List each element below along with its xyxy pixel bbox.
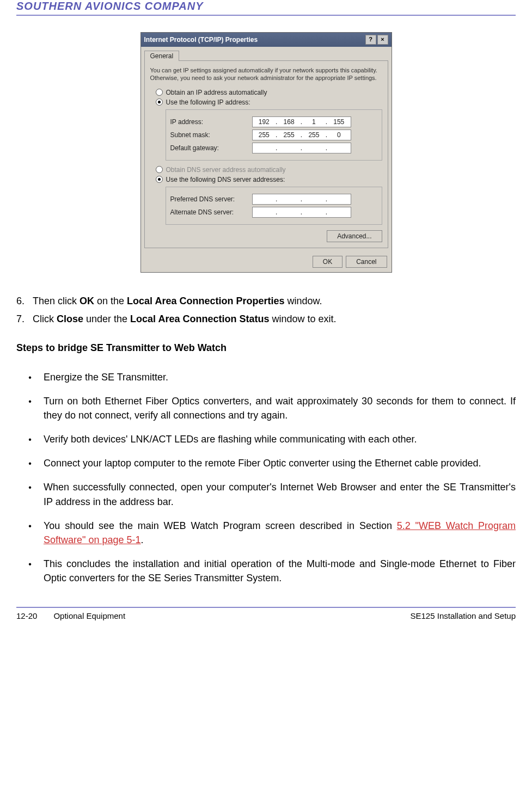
list-item: Verify both devices' LNK/ACT LEDs are fl… (16, 432, 516, 446)
gateway-label: Default gateway: (170, 144, 252, 152)
list-item: This concludes the installation and init… (16, 557, 516, 585)
bullet-text: Connect your laptop computer to the remo… (44, 456, 516, 470)
tcpip-dialog: Internet Protocol (TCP/IP) Properties ? … (140, 32, 392, 273)
alt-dns-label: Alternate DNS server: (170, 208, 252, 216)
bullet-text: Energize the SE Transmitter. (44, 370, 516, 384)
ip-seg: 192 (253, 118, 276, 126)
subnet-label: Subnet mask: (170, 131, 252, 139)
ip-seg: 255 (253, 131, 276, 139)
help-icon[interactable]: ? (365, 35, 376, 45)
close-icon[interactable]: × (377, 35, 388, 45)
bullet-text: Verify both devices' LNK/ACT LEDs are fl… (44, 432, 516, 446)
radio-label: Use the following DNS server addresses: (166, 176, 285, 183)
radio-label: Obtain an IP address automatically (166, 89, 267, 96)
ip-seg: 255 (277, 131, 301, 139)
page-number: 12-20 (16, 611, 37, 620)
ip-address-label: IP address: (170, 118, 252, 126)
radio-auto-ip[interactable]: Obtain an IP address automatically (156, 89, 382, 96)
advanced-button[interactable]: Advanced... (327, 230, 382, 242)
cancel-button[interactable]: Cancel (346, 256, 387, 268)
bullet-icon (16, 480, 44, 508)
ip-address-input[interactable]: 192. 168. 1. 155 (252, 116, 351, 127)
list-item: When successfully connected, open your c… (16, 480, 516, 508)
tab-general[interactable]: General (144, 51, 180, 61)
step-number: 6. (16, 294, 33, 308)
ip-seg: 168 (277, 118, 301, 126)
dialog-description: You can get IP settings assigned automat… (150, 66, 382, 82)
footer-section: Optional Equipment (53, 611, 410, 620)
radio-auto-dns: Obtain DNS server address automatically (156, 166, 382, 174)
radio-label: Use the following IP address: (166, 99, 250, 106)
bullet-text: Turn on both Ethernet Fiber Optics conve… (44, 394, 516, 422)
radio-label: Obtain DNS server address automatically (166, 166, 286, 174)
list-item: Energize the SE Transmitter. (16, 370, 516, 384)
dialog-title: Internet Protocol (TCP/IP) Properties (144, 36, 364, 44)
bullet-text: When successfully connected, open your c… (44, 480, 516, 508)
dialog-titlebar: Internet Protocol (TCP/IP) Properties ? … (141, 33, 392, 47)
ip-seg: 0 (327, 131, 351, 139)
gateway-input[interactable]: . . . (252, 143, 351, 153)
section-title: Steps to bridge SE Transmitter to Web Wa… (16, 342, 516, 354)
ok-button[interactable]: OK (313, 256, 343, 268)
radio-icon (156, 176, 163, 183)
radio-icon (156, 89, 163, 96)
bullet-icon (16, 557, 44, 585)
pref-dns-input[interactable]: . . . (252, 194, 351, 205)
radio-icon (156, 99, 163, 106)
bullet-icon (16, 519, 44, 547)
pref-dns-label: Preferred DNS server: (170, 195, 252, 203)
bullet-text: You should see the main WEB Watch Progra… (44, 519, 516, 547)
alt-dns-input[interactable]: . . . (252, 207, 351, 218)
step-number: 7. (16, 312, 33, 326)
bullet-text: This concludes the installation and init… (44, 557, 516, 585)
page-header: SOUTHERN AVIONICS COMPANY (16, 0, 516, 16)
bullet-icon (16, 370, 44, 384)
step-item: 7. Click Close under the Local Area Conn… (16, 312, 516, 326)
step-text: Click Close under the Local Area Connect… (33, 312, 337, 326)
ip-seg: 1 (302, 118, 326, 126)
bullet-icon (16, 432, 44, 446)
bullet-icon (16, 456, 44, 470)
list-item: Connect your laptop computer to the remo… (16, 456, 516, 470)
subnet-input[interactable]: 255. 255. 255. 0 (252, 130, 351, 140)
bullet-icon (16, 394, 44, 422)
list-item: Turn on both Ethernet Fiber Optics conve… (16, 394, 516, 422)
page-footer: 12-20 Optional Equipment SE125 Installat… (16, 607, 516, 620)
radio-icon (156, 166, 163, 173)
footer-doc: SE125 Installation and Setup (411, 611, 516, 620)
ip-seg: 255 (302, 131, 326, 139)
step-item: 6. Then click OK on the Local Area Conne… (16, 294, 516, 308)
radio-manual-dns[interactable]: Use the following DNS server addresses: (156, 176, 382, 183)
list-item: You should see the main WEB Watch Progra… (16, 519, 516, 547)
step-text: Then click OK on the Local Area Connecti… (33, 294, 322, 308)
ip-seg: 155 (327, 118, 351, 126)
radio-manual-ip[interactable]: Use the following IP address: (156, 99, 382, 106)
